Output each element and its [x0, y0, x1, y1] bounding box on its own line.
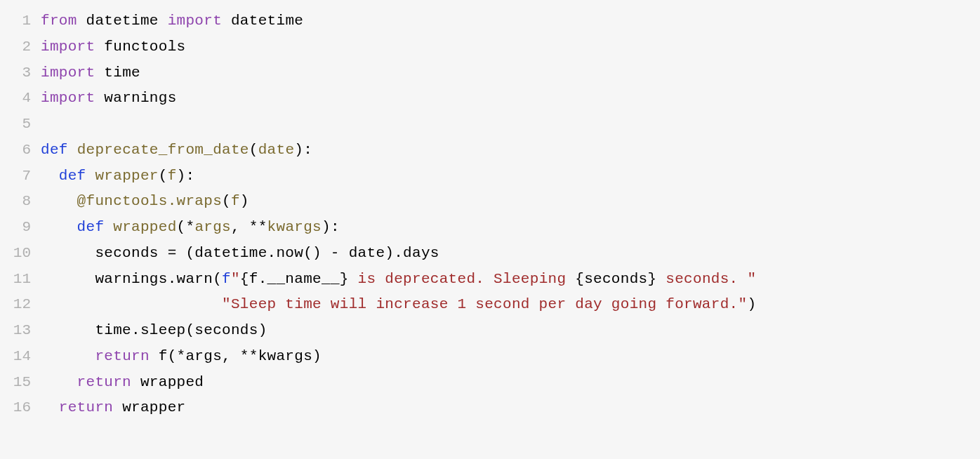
line-number: 8 [0, 189, 41, 215]
token-txt: time.sleep(seconds) [41, 322, 267, 338]
code-line: 7 def wrapper(f): [0, 164, 980, 189]
token-kw-def: def [77, 219, 105, 235]
token-txt: ( [222, 193, 231, 209]
code-content: seconds = (datetime.now() - date).days [41, 241, 980, 267]
token-str: is deprecated. Sleeping [349, 271, 576, 287]
token-txt: warnings.warn( [41, 271, 222, 287]
token-kw-import: return [77, 374, 131, 390]
code-content: import warnings [41, 86, 980, 112]
token-txt: datetime [222, 13, 303, 29]
code-line: 6def deprecate_from_date(date): [0, 138, 980, 164]
token-txt [104, 219, 113, 235]
token-param: f [231, 193, 240, 209]
line-number: 4 [0, 86, 41, 112]
code-line: 11 warnings.warn(f"{f.__name__} is depre… [0, 267, 980, 293]
code-line: 5 [0, 112, 980, 138]
token-param: kwargs [267, 219, 322, 235]
token-txt: , ** [231, 219, 267, 235]
token-fn-name: wrapped [113, 219, 176, 235]
code-line: 16 return wrapper [0, 395, 980, 421]
token-txt: ) [747, 296, 756, 312]
token-txt: wrapper [113, 399, 185, 415]
token-txt [41, 168, 59, 184]
token-txt: ) [240, 193, 249, 209]
code-content: def wrapped(*args, **kwargs): [41, 215, 980, 241]
token-fexpr: {seconds} [575, 271, 656, 287]
code-content: return wrapper [41, 395, 980, 421]
line-number: 10 [0, 241, 41, 267]
token-txt: datetime [77, 13, 168, 29]
token-fstr-pf: f [222, 271, 231, 287]
code-line: 1from datetime import datetime [0, 8, 980, 34]
code-line: 12 "Sleep time will increase 1 second pe… [0, 292, 980, 318]
code-line: 8 @functools.wraps(f) [0, 189, 980, 215]
code-line: 9 def wrapped(*args, **kwargs): [0, 215, 980, 241]
token-fn-name: deprecate_from_date [77, 142, 249, 158]
token-txt: ( [249, 142, 258, 158]
token-txt: functools [95, 39, 185, 55]
token-kw-def: def [59, 168, 86, 184]
code-line: 14 return f(*args, **kwargs) [0, 344, 980, 370]
token-kw-import: import [41, 65, 95, 81]
token-kw-import: from [41, 13, 77, 29]
code-content: @functools.wraps(f) [41, 189, 980, 215]
code-content: warnings.warn(f"{f.__name__} is deprecat… [41, 267, 980, 293]
code-content: "Sleep time will increase 1 second per d… [41, 292, 980, 318]
token-txt: seconds = (datetime.now() - date).days [41, 245, 439, 261]
code-line: 2import functools [0, 34, 980, 60]
code-content: return f(*args, **kwargs) [41, 344, 980, 370]
line-number: 12 [0, 292, 41, 318]
token-param: date [258, 142, 295, 158]
line-number: 7 [0, 164, 41, 189]
line-number: 3 [0, 60, 41, 86]
token-txt [68, 142, 77, 158]
line-number: 14 [0, 344, 41, 370]
line-number: 1 [0, 8, 41, 34]
token-fn-name: wrapper [95, 168, 158, 184]
token-txt [41, 374, 77, 390]
code-content: import time [41, 60, 980, 86]
token-param: f [168, 168, 177, 184]
token-str: "Sleep time will increase 1 second per d… [222, 296, 747, 312]
token-txt: wrapped [131, 374, 204, 390]
line-number: 2 [0, 34, 41, 60]
token-deco: @functools.wraps [77, 193, 222, 209]
code-content: time.sleep(seconds) [41, 318, 980, 344]
token-txt: warnings [95, 90, 176, 106]
code-content: def deprecate_from_date(date): [41, 138, 980, 164]
code-line: 13 time.sleep(seconds) [0, 318, 980, 344]
token-str: seconds. " [656, 271, 756, 287]
token-txt [41, 399, 59, 415]
token-txt [86, 168, 95, 184]
code-content: return wrapped [41, 370, 980, 396]
token-txt: ( [159, 168, 168, 184]
line-number: 13 [0, 318, 41, 344]
code-content: def wrapper(f): [41, 164, 980, 189]
token-txt: ): [177, 168, 195, 184]
code-line: 3import time [0, 60, 980, 86]
token-kw-def: def [41, 142, 68, 158]
token-txt: (* [177, 219, 195, 235]
line-number: 6 [0, 138, 41, 164]
token-kw-import: return [59, 399, 113, 415]
token-kw-import: import [41, 90, 95, 106]
token-txt: time [95, 65, 140, 81]
line-number: 15 [0, 370, 41, 396]
token-txt: f(*args, **kwargs) [150, 348, 322, 364]
line-number: 5 [0, 112, 41, 138]
code-content: from datetime import datetime [41, 8, 980, 34]
line-number: 16 [0, 395, 41, 421]
code-line: 15 return wrapped [0, 370, 980, 396]
token-fexpr: {f.__name__} [240, 271, 349, 287]
token-param: args [194, 219, 231, 235]
token-kw-import: return [95, 348, 149, 364]
code-content: import functools [41, 34, 980, 60]
line-number: 11 [0, 267, 41, 293]
token-txt: ): [294, 142, 312, 158]
code-block: 1from datetime import datetime2import fu… [0, 0, 980, 435]
line-number: 9 [0, 215, 41, 241]
token-str: " [231, 271, 240, 287]
token-kw-import: import [41, 39, 95, 55]
token-txt [41, 348, 95, 364]
code-line: 4import warnings [0, 86, 980, 112]
